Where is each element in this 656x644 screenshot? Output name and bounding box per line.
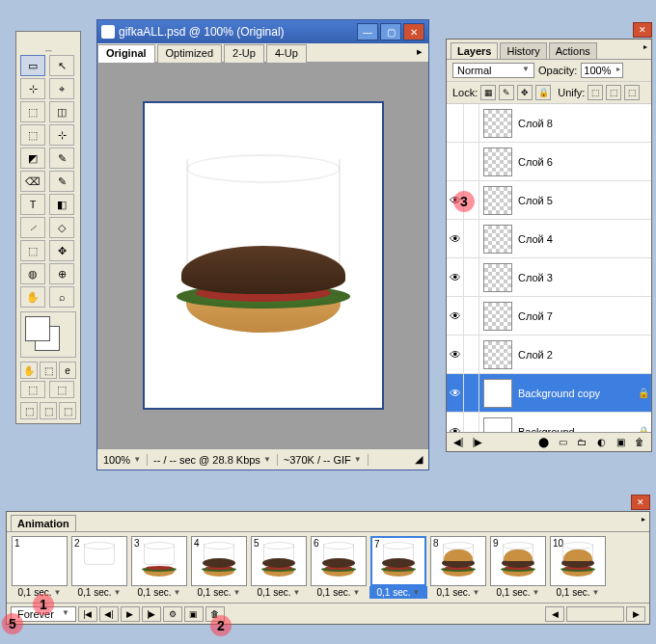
layer-row[interactable]: Слой 6 (447, 143, 651, 181)
doc-tab-original[interactable]: Original (97, 44, 155, 63)
frame-thumbnail[interactable]: 4 (191, 536, 247, 586)
layer-link-col[interactable] (464, 297, 479, 335)
panel-tab-actions[interactable]: Actions (549, 42, 597, 59)
tool-button-3[interactable]: ⌖ (49, 78, 74, 99)
frame-delay-select[interactable]: 0,1 sec. ▼ (138, 586, 181, 599)
layer-row[interactable]: 👁Слой 3 (447, 258, 651, 297)
layers-panel-close-button[interactable]: ✕ (633, 22, 652, 38)
layers-list[interactable]: Слой 8Слой 6👁Слой 5👁Слой 4👁Слой 3👁Слой 7… (447, 104, 651, 432)
tool-button-18[interactable]: ◍ (20, 263, 45, 284)
canvas[interactable] (143, 101, 384, 410)
tool-button-16[interactable]: ⬚ (20, 240, 45, 261)
mode-button-2[interactable]: e (59, 362, 76, 379)
layer-row[interactable]: 👁Слой 2 (447, 335, 651, 374)
tool-button-5[interactable]: ◫ (49, 101, 74, 122)
layer-row[interactable]: 👁Слой 7 (447, 297, 651, 335)
window-close-button[interactable]: ✕ (403, 23, 424, 40)
jump-button-1[interactable]: ⬚ (40, 402, 57, 419)
layer-thumbnail[interactable] (483, 379, 512, 408)
tool-button-20[interactable]: ✋ (20, 286, 45, 308)
jump-button-2[interactable]: ⬚ (59, 402, 76, 419)
frame-fwd-icon[interactable]: |▶ (470, 436, 485, 449)
layer-mask-icon[interactable]: ▭ (555, 436, 570, 449)
layer-thumbnail[interactable] (483, 417, 512, 433)
download-rate[interactable]: -- / -- sec @ 28.8 Kbps▼ (148, 454, 278, 466)
lock-all-button[interactable]: 🔒 (535, 85, 551, 100)
frame-thumbnail[interactable]: 9 (490, 536, 546, 586)
layer-folder-icon[interactable]: 🗀 (574, 436, 589, 449)
doc-tab-4-up[interactable]: 4-Up (266, 44, 307, 63)
frame-delay-select[interactable]: 0,1 sec. ▼ (369, 586, 427, 599)
tool-button-15[interactable]: ◇ (49, 217, 74, 238)
frame-back-icon[interactable]: ◀| (451, 436, 466, 449)
frame-thumbnail[interactable]: 1 (12, 536, 68, 586)
layer-name-label[interactable]: Слой 2 (516, 349, 638, 361)
tool-button-7[interactable]: ⊹ (49, 124, 74, 146)
frame-thumbnail[interactable]: 2 (71, 536, 127, 586)
layer-adjust-icon[interactable]: ◐ (593, 436, 609, 449)
layer-row[interactable]: 👁Background🔒 (447, 413, 651, 432)
layer-link-col[interactable] (464, 258, 479, 296)
zoom-selector[interactable]: 100%▼ (97, 454, 148, 466)
unify-position-button[interactable]: ⬚ (588, 85, 603, 100)
panel-tab-history[interactable]: History (500, 42, 546, 59)
animation-frame[interactable]: 70,1 sec. ▼ (369, 536, 427, 599)
scroll-track[interactable] (566, 606, 624, 622)
frame-delay-select[interactable]: 0,1 sec. ▼ (497, 586, 540, 599)
layer-thumbnail[interactable] (483, 148, 512, 176)
tween-button[interactable]: ⚙ (163, 606, 182, 622)
tool-button-9[interactable]: ✎ (49, 148, 74, 169)
layers-panel-menu-icon[interactable]: ▸ (643, 42, 647, 51)
lock-position-button[interactable]: ✥ (517, 85, 533, 100)
tool-button-14[interactable]: ⟋ (20, 217, 45, 238)
layer-new-icon[interactable]: ▣ (613, 436, 628, 449)
tools-grip[interactable]: ⎯ (20, 36, 76, 55)
canvas-scroll-area[interactable] (97, 63, 428, 448)
play-button[interactable]: ▶ (121, 606, 140, 622)
layer-visibility-toggle[interactable]: 👁 (447, 335, 464, 373)
layer-link-col[interactable] (464, 143, 479, 180)
foreground-color-swatch[interactable] (25, 316, 50, 341)
window-minimize-button[interactable]: — (357, 23, 378, 40)
layer-link-col[interactable] (464, 374, 479, 412)
layer-name-label[interactable]: Background (516, 426, 638, 433)
layer-visibility-toggle[interactable]: 👁 (447, 220, 464, 257)
layer-visibility-toggle[interactable]: 👁 (447, 413, 464, 432)
animation-frame[interactable]: 90,1 sec. ▼ (489, 536, 547, 599)
layer-link-col[interactable] (464, 413, 479, 432)
doc-tab-optimized[interactable]: Optimized (157, 44, 223, 63)
scroll-left-button[interactable]: ◀ (545, 606, 564, 622)
layer-name-label[interactable]: Слой 5 (516, 195, 638, 206)
tool-button-8[interactable]: ◩ (20, 148, 45, 169)
tool-button-0[interactable]: ▭ (20, 55, 45, 76)
next-frame-button[interactable]: |▶ (142, 606, 161, 622)
screen-mode-button-1[interactable]: ⬚ (49, 381, 74, 398)
tool-button-19[interactable]: ⊕ (49, 263, 74, 284)
layer-thumbnail[interactable] (483, 263, 512, 292)
layer-visibility-toggle[interactable] (447, 143, 464, 180)
unify-style-button[interactable]: ⬚ (624, 85, 640, 100)
layer-name-label[interactable]: Слой 7 (516, 310, 638, 322)
layer-row[interactable]: 👁Background copy🔒 (447, 374, 651, 413)
status-resize-grip[interactable]: ◢ (409, 453, 428, 466)
frame-delay-select[interactable]: 0,1 sec. ▼ (317, 586, 361, 599)
first-frame-button[interactable]: |◀ (78, 606, 97, 622)
frame-delay-select[interactable]: 0,1 sec. ▼ (557, 586, 600, 599)
lock-transparency-button[interactable]: ▦ (480, 85, 496, 100)
layer-thumbnail[interactable] (483, 186, 512, 215)
frame-thumbnail[interactable]: 7 (370, 536, 426, 586)
animation-frame[interactable]: 50,1 sec. ▼ (250, 536, 308, 599)
layer-fx-icon[interactable]: ⬤ (535, 436, 551, 449)
layer-visibility-toggle[interactable]: 👁 (447, 374, 464, 412)
tab-animation[interactable]: Animation (11, 515, 76, 531)
mode-button-1[interactable]: ⬚ (40, 362, 57, 379)
frame-delay-select[interactable]: 0,1 sec. ▼ (198, 586, 241, 599)
scroll-right-button[interactable]: ▶ (626, 606, 645, 622)
tool-button-13[interactable]: ◧ (49, 194, 74, 215)
jump-button-0[interactable]: ⬚ (20, 402, 38, 419)
layer-thumbnail[interactable] (483, 109, 512, 138)
animation-frame[interactable]: 100,1 sec. ▼ (549, 536, 607, 599)
doc-tabs-menu-icon[interactable]: ▸ (411, 43, 428, 62)
layer-thumbnail[interactable] (483, 225, 512, 254)
tool-button-11[interactable]: ✎ (49, 171, 74, 192)
